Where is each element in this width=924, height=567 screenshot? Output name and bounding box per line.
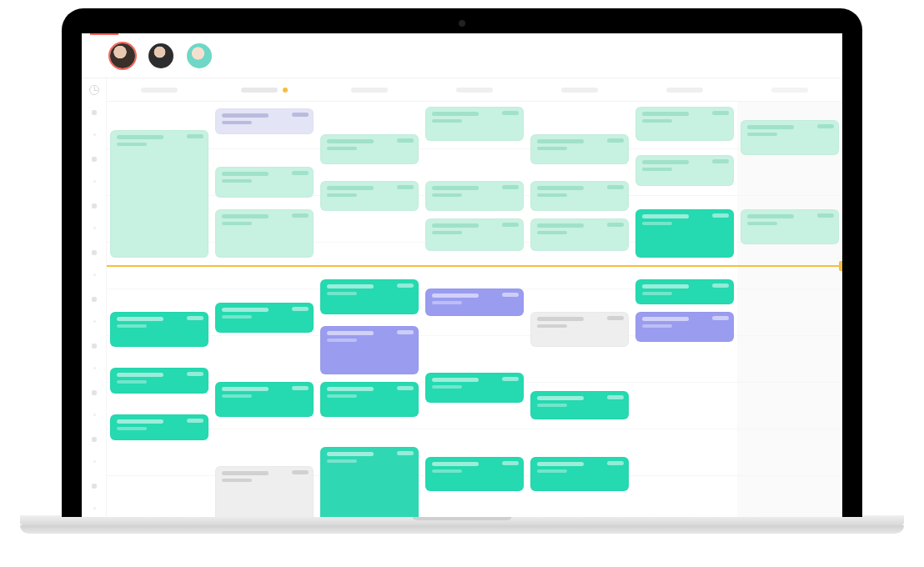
calendar-event[interactable] <box>215 303 314 333</box>
active-tab-indicator <box>90 33 118 35</box>
calendar-event[interactable] <box>110 414 208 440</box>
time-tick <box>92 344 97 349</box>
day-header-label <box>351 88 388 93</box>
time-tick <box>92 437 97 442</box>
day-header-label <box>771 88 808 93</box>
calendar-event[interactable] <box>425 181 524 211</box>
calendar-toolbar <box>82 33 842 78</box>
calendar-grid[interactable] <box>107 78 842 517</box>
time-tick <box>93 367 96 369</box>
time-tick <box>93 273 96 276</box>
time-tick <box>93 227 96 229</box>
calendar-event[interactable] <box>635 107 734 142</box>
camera-dot <box>459 20 465 27</box>
time-tick <box>92 157 97 162</box>
day-header-label <box>666 88 703 93</box>
time-tick <box>93 320 96 323</box>
calendar-event[interactable] <box>425 218 524 251</box>
day-column-6 <box>737 102 842 517</box>
calendar-event[interactable] <box>530 391 629 419</box>
day-header-label <box>456 88 493 93</box>
calendar-event[interactable] <box>635 155 734 185</box>
calendar-event[interactable] <box>215 382 314 417</box>
calendar-event[interactable] <box>320 181 419 211</box>
day-header-0[interactable] <box>107 78 212 101</box>
time-tick <box>92 297 97 302</box>
calendar-event[interactable] <box>530 457 629 492</box>
time-tick <box>93 133 96 136</box>
day-header-label <box>561 88 598 93</box>
day-header-5[interactable] <box>632 78 737 101</box>
calendar-event[interactable] <box>320 382 419 417</box>
time-tick <box>92 110 97 115</box>
current-time-line <box>107 265 842 267</box>
today-indicator-icon <box>283 88 288 93</box>
calendar-event[interactable] <box>215 209 314 258</box>
gutter-header <box>82 78 106 102</box>
day-header-3[interactable] <box>422 78 527 101</box>
calendar-event[interactable] <box>425 107 524 142</box>
time-tick <box>93 507 96 509</box>
calendar-event[interactable] <box>320 279 419 314</box>
clock-icon <box>89 85 99 95</box>
time-tick <box>92 390 97 395</box>
laptop-bezel <box>62 8 862 517</box>
calendar-event[interactable] <box>741 209 839 244</box>
calendar-event[interactable] <box>425 457 524 492</box>
day-header-label <box>241 88 278 93</box>
time-tick <box>92 203 97 208</box>
avatar-user-3[interactable] <box>187 43 212 68</box>
day-header-label <box>141 88 178 93</box>
calendar-event[interactable] <box>110 130 208 258</box>
calendar-event[interactable] <box>741 120 839 155</box>
app-screen <box>82 33 842 517</box>
calendar-event[interactable] <box>215 167 314 197</box>
avatar-user-1[interactable] <box>110 43 135 68</box>
laptop-frame <box>20 0 904 534</box>
day-header-2[interactable] <box>317 78 422 101</box>
calendar-event[interactable] <box>530 181 629 211</box>
calendar-event[interactable] <box>530 218 629 251</box>
time-tick <box>93 180 96 183</box>
day-header-6[interactable] <box>737 78 842 101</box>
day-header-4[interactable] <box>527 78 632 101</box>
calendar-event[interactable] <box>215 466 314 517</box>
calendar-event[interactable] <box>635 312 734 342</box>
current-time-handle[interactable] <box>839 261 842 271</box>
calendar-event[interactable] <box>425 373 524 403</box>
calendar-event[interactable] <box>320 134 419 164</box>
calendar-event[interactable] <box>530 134 629 164</box>
time-tick <box>93 460 96 463</box>
calendar-event[interactable] <box>110 368 208 394</box>
avatar-row <box>93 43 212 68</box>
day-header-row <box>107 78 842 102</box>
calendar-event[interactable] <box>215 108 314 134</box>
calendar-event[interactable] <box>425 289 524 316</box>
calendar-event[interactable] <box>320 326 419 375</box>
laptop-foot <box>20 525 904 534</box>
avatar-user-2[interactable] <box>148 43 173 68</box>
calendar-body <box>82 78 842 517</box>
time-tick <box>93 414 96 416</box>
calendar-event[interactable] <box>320 447 419 517</box>
calendar-event[interactable] <box>635 279 734 305</box>
day-header-1[interactable] <box>212 78 317 101</box>
time-tick <box>92 484 97 489</box>
time-gutter <box>82 78 107 517</box>
calendar-event[interactable] <box>635 209 734 258</box>
calendar-event[interactable] <box>110 312 208 347</box>
calendar-event[interactable] <box>530 312 629 347</box>
time-tick <box>92 250 97 255</box>
